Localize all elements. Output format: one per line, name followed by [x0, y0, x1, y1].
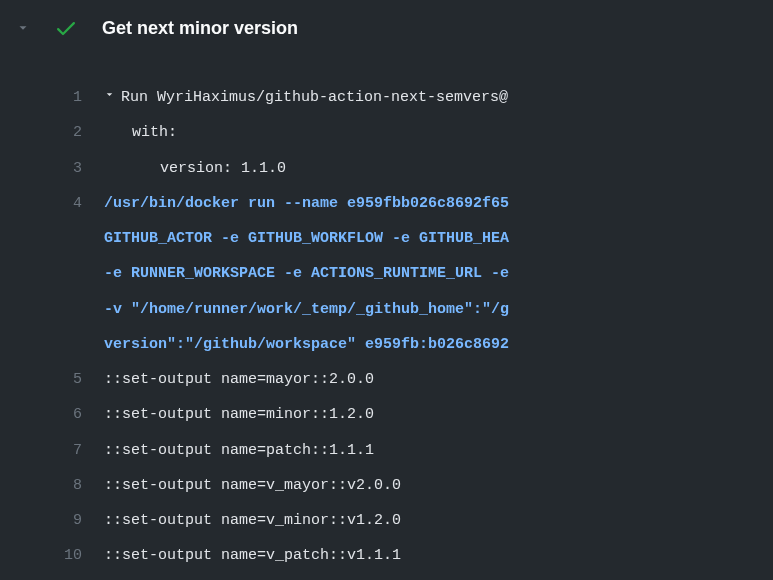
line-content: ::set-output name=v_patch::v1.1.1 [104, 538, 773, 573]
chevron-down-icon[interactable] [104, 83, 115, 111]
line-number: 2 [0, 115, 104, 150]
line-number: 1 [0, 80, 104, 115]
line-number: 6 [0, 397, 104, 432]
line-content: with: [104, 115, 773, 150]
line-number: 5 [0, 362, 104, 397]
line-number: 3 [0, 151, 104, 186]
log-output: 1Run WyriHaximus/github-action-next-semv… [0, 48, 773, 574]
line-content: version: 1.1.0 [104, 151, 773, 186]
line-number: 7 [0, 433, 104, 468]
line-number [0, 327, 104, 362]
line-number: 4 [0, 186, 104, 221]
line-content: version":"/github/workspace" e959fb:b026… [104, 327, 773, 362]
log-line: -v "/home/runner/work/_temp/_github_home… [0, 292, 773, 327]
log-line: 5::set-output name=mayor::2.0.0 [0, 362, 773, 397]
line-content: Run WyriHaximus/github-action-next-semve… [104, 80, 773, 115]
line-content: GITHUB_ACTOR -e GITHUB_WORKFLOW -e GITHU… [104, 221, 773, 256]
line-number [0, 292, 104, 327]
line-number [0, 256, 104, 291]
chevron-down-icon [16, 21, 30, 35]
line-content: -e RUNNER_WORKSPACE -e ACTIONS_RUNTIME_U… [104, 256, 773, 291]
log-line: 2with: [0, 115, 773, 150]
log-line: version":"/github/workspace" e959fb:b026… [0, 327, 773, 362]
line-content: ::set-output name=v_minor::v1.2.0 [104, 503, 773, 538]
line-number: 9 [0, 503, 104, 538]
log-line: 1Run WyriHaximus/github-action-next-semv… [0, 80, 773, 115]
log-line: 4/usr/bin/docker run --name e959fbb026c8… [0, 186, 773, 221]
line-content: ::set-output name=v_mayor::v2.0.0 [104, 468, 773, 503]
check-icon [54, 16, 78, 40]
log-line: 3version: 1.1.0 [0, 151, 773, 186]
log-line: -e RUNNER_WORKSPACE -e ACTIONS_RUNTIME_U… [0, 256, 773, 291]
log-line: 6::set-output name=minor::1.2.0 [0, 397, 773, 432]
line-content: ::set-output name=mayor::2.0.0 [104, 362, 773, 397]
log-line: 10::set-output name=v_patch::v1.1.1 [0, 538, 773, 573]
step-title: Get next minor version [102, 18, 298, 39]
line-content: /usr/bin/docker run --name e959fbb026c86… [104, 186, 773, 221]
line-content: -v "/home/runner/work/_temp/_github_home… [104, 292, 773, 327]
line-content: ::set-output name=patch::1.1.1 [104, 433, 773, 468]
line-number: 8 [0, 468, 104, 503]
log-line: GITHUB_ACTOR -e GITHUB_WORKFLOW -e GITHU… [0, 221, 773, 256]
step-header[interactable]: Get next minor version [0, 0, 773, 48]
log-line: 9::set-output name=v_minor::v1.2.0 [0, 503, 773, 538]
line-number [0, 221, 104, 256]
line-number: 10 [0, 538, 104, 573]
log-line: 8::set-output name=v_mayor::v2.0.0 [0, 468, 773, 503]
line-content: ::set-output name=minor::1.2.0 [104, 397, 773, 432]
log-line: 7::set-output name=patch::1.1.1 [0, 433, 773, 468]
